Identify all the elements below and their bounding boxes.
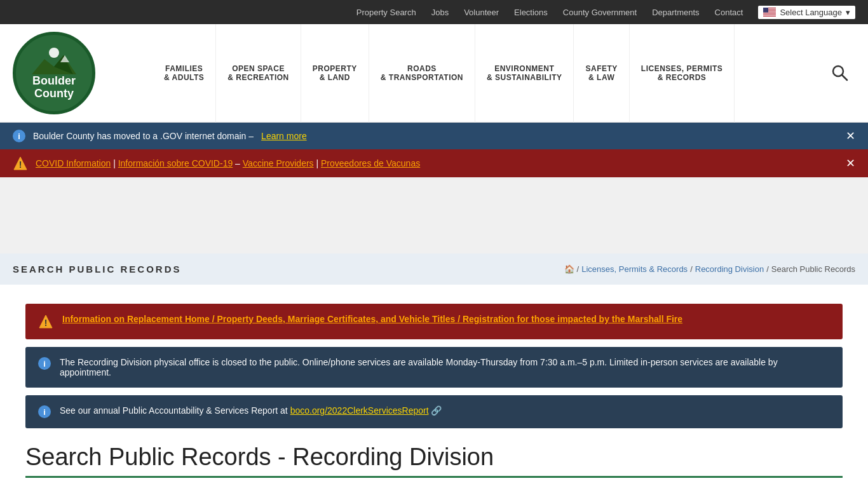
page-title: SEARCH PUBLIC RECORDS	[13, 264, 182, 274]
breadcrumb: 🏠 / Licenses, Permits & Records / Record…	[564, 264, 855, 274]
logo-text: BoulderCounty	[26, 75, 82, 100]
blue-notif-text: Boulder County has moved to a .GOV inter…	[33, 131, 254, 141]
external-link-icon: 🔗	[431, 405, 442, 416]
banner-area	[0, 177, 868, 254]
top-bar: Property Search Jobs Volunteer Elections…	[0, 0, 868, 24]
warning-icon: !	[13, 156, 28, 171]
office-hours-info-icon: i	[38, 357, 51, 370]
blue-notification: i Boulder County has moved to a .GOV int…	[0, 123, 868, 149]
learn-more-link[interactable]: Learn more	[261, 131, 307, 141]
language-dropdown-icon: ▾	[846, 8, 850, 17]
report-alert: i See our annual Public Accountability &…	[25, 395, 843, 428]
breadcrumb-home[interactable]: 🏠	[564, 264, 574, 274]
language-label: Select Language	[780, 8, 842, 17]
marshall-fire-alert: ! Information on Replacement Home / Prop…	[25, 304, 843, 339]
search-icon[interactable]	[825, 24, 855, 123]
main-navigation: FAMILIES & ADULTS OPEN SPACE & RECREATIO…	[153, 24, 855, 123]
blue-notif-close[interactable]: ✕	[846, 129, 855, 143]
svg-text:!: !	[19, 159, 22, 170]
nav-environment[interactable]: ENVIRONMENT & SUSTAINABILITY	[475, 24, 574, 123]
nav-open-space[interactable]: OPEN SPACE & RECREATION	[216, 24, 301, 123]
svg-point-8	[49, 48, 59, 58]
vaccine-providers-link[interactable]: Vaccine Providers	[243, 158, 314, 168]
svg-rect-5	[763, 14, 776, 15]
svg-rect-6	[763, 15, 776, 16]
breadcrumb-recording-division[interactable]: Recording Division	[695, 264, 764, 274]
topbar-elections[interactable]: Elections	[514, 8, 548, 17]
office-hours-alert: i The Recording Division physical office…	[25, 347, 843, 388]
main-header: BoulderCounty FAMILIES & ADULTS OPEN SPA…	[0, 24, 868, 123]
top-bar-links: Property Search Jobs Volunteer Elections…	[356, 6, 855, 19]
red-notification: ! COVID Information | Información sobre …	[0, 149, 868, 177]
logo-area: BoulderCounty	[13, 32, 153, 114]
topbar-volunteer[interactable]: Volunteer	[464, 8, 499, 17]
page-heading: Search Public Records - Recording Divisi…	[25, 444, 843, 471]
topbar-contact[interactable]: Contact	[715, 8, 743, 17]
nav-safety-law[interactable]: SAFETY & LAW	[574, 24, 629, 123]
breadcrumb-current: Search Public Records	[771, 264, 855, 274]
report-text: See our annual Public Accountability & S…	[60, 405, 442, 416]
nav-families-adults[interactable]: FAMILIES & ADULTS	[153, 24, 216, 123]
info-icon: i	[13, 130, 25, 142]
nav-licenses-permits-records[interactable]: LICENSES, PERMITS & RECORDS	[630, 24, 735, 123]
marshall-fire-warning-icon: !	[38, 314, 53, 329]
covid-info-es-link[interactable]: Información sobre COVID-19	[118, 158, 233, 168]
office-hours-text: The Recording Division physical office i…	[60, 357, 830, 377]
topbar-departments[interactable]: Departments	[652, 8, 699, 17]
marshall-fire-link[interactable]: Information on Replacement Home / Proper…	[62, 314, 682, 324]
svg-rect-7	[763, 8, 768, 13]
content-area: ! Information on Replacement Home / Prop…	[0, 285, 868, 488]
red-notif-content: COVID Information | Información sobre CO…	[36, 158, 420, 168]
red-notif-close[interactable]: ✕	[846, 156, 855, 170]
topbar-property-search[interactable]: Property Search	[356, 8, 416, 17]
topbar-county-government[interactable]: County Government	[563, 8, 637, 17]
topbar-jobs[interactable]: Jobs	[431, 8, 449, 17]
vaccine-providers-es-link[interactable]: Proveedores de Vacunas	[321, 158, 420, 168]
report-info-icon: i	[38, 405, 51, 418]
breadcrumb-section: SEARCH PUBLIC RECORDS 🏠 / Licenses, Perm…	[0, 254, 868, 285]
language-selector[interactable]: Select Language ▾	[758, 6, 855, 19]
svg-line-13	[842, 75, 847, 80]
nav-property-land[interactable]: PROPERTY & LAND	[301, 24, 369, 123]
home-icon: 🏠	[564, 264, 574, 274]
nav-roads-transportation[interactable]: ROADS & TRANSPORTATION	[369, 24, 475, 123]
svg-text:!: !	[44, 318, 48, 328]
report-link[interactable]: boco.org/2022ClerkServicesReport	[290, 405, 429, 416]
svg-rect-4	[763, 13, 776, 13]
covid-info-link[interactable]: COVID Information	[36, 158, 111, 168]
breadcrumb-licenses-permits[interactable]: Licenses, Permits & Records	[581, 264, 688, 274]
heading-underline	[25, 476, 843, 478]
logo[interactable]: BoulderCounty	[13, 32, 95, 114]
